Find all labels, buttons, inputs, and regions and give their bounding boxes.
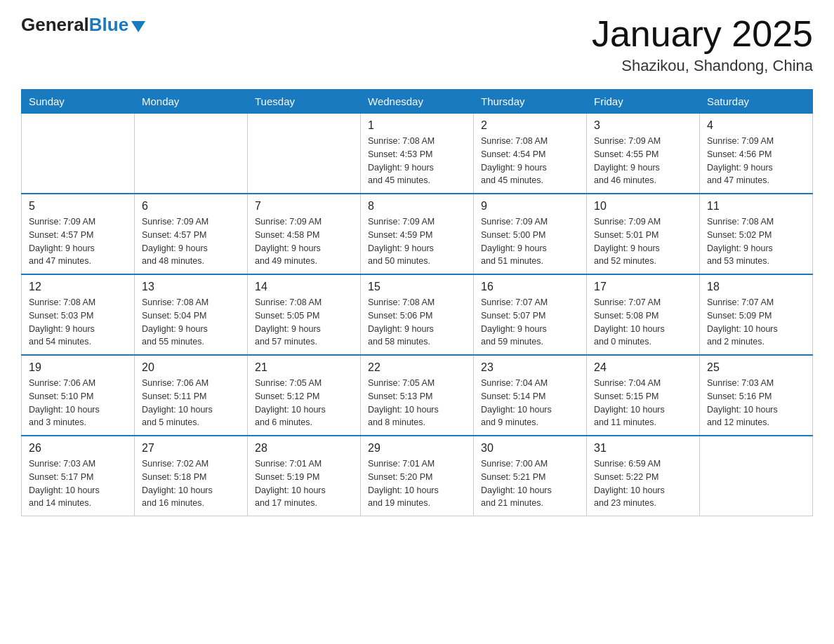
day-number: 28: [255, 442, 353, 455]
day-number: 7: [255, 200, 353, 213]
calendar-cell: [248, 114, 361, 194]
day-info: Sunrise: 7:09 AM Sunset: 4:59 PM Dayligh…: [368, 215, 466, 268]
day-number: 10: [594, 200, 692, 213]
day-number: 9: [481, 200, 579, 213]
calendar-cell: 6Sunrise: 7:09 AM Sunset: 4:57 PM Daylig…: [135, 194, 248, 274]
day-info: Sunrise: 7:08 AM Sunset: 4:53 PM Dayligh…: [368, 135, 466, 187]
day-number: 30: [481, 442, 579, 455]
day-info: Sunrise: 7:09 AM Sunset: 4:58 PM Dayligh…: [255, 215, 353, 268]
header-day-saturday: Saturday: [700, 90, 813, 114]
day-info: Sunrise: 7:09 AM Sunset: 4:57 PM Dayligh…: [142, 215, 240, 268]
calendar-cell: 9Sunrise: 7:09 AM Sunset: 5:00 PM Daylig…: [474, 194, 587, 274]
day-number: 21: [255, 361, 353, 374]
day-info: Sunrise: 7:09 AM Sunset: 4:55 PM Dayligh…: [594, 135, 692, 187]
calendar-cell: 5Sunrise: 7:09 AM Sunset: 4:57 PM Daylig…: [22, 194, 135, 274]
calendar-cell: 26Sunrise: 7:03 AM Sunset: 5:17 PM Dayli…: [22, 436, 135, 516]
day-number: 13: [142, 281, 240, 293]
day-info: Sunrise: 7:05 AM Sunset: 5:12 PM Dayligh…: [255, 377, 353, 429]
day-info: Sunrise: 7:04 AM Sunset: 5:15 PM Dayligh…: [594, 377, 692, 429]
calendar-cell: 3Sunrise: 7:09 AM Sunset: 4:55 PM Daylig…: [587, 114, 700, 194]
calendar-cell: 11Sunrise: 7:08 AM Sunset: 5:02 PM Dayli…: [700, 194, 813, 274]
logo-triangle-icon: [131, 21, 145, 32]
calendar-subtitle: Shazikou, Shandong, China: [592, 57, 813, 75]
calendar-cell: [700, 436, 813, 516]
week-row-2: 5Sunrise: 7:09 AM Sunset: 4:57 PM Daylig…: [22, 194, 813, 274]
day-info: Sunrise: 7:06 AM Sunset: 5:10 PM Dayligh…: [29, 377, 127, 429]
day-info: Sunrise: 7:03 AM Sunset: 5:16 PM Dayligh…: [707, 377, 805, 429]
day-number: 14: [255, 281, 353, 293]
day-info: Sunrise: 7:08 AM Sunset: 5:05 PM Dayligh…: [255, 296, 353, 349]
logo-blue-part: Blue: [89, 14, 145, 36]
header-day-friday: Friday: [587, 90, 700, 114]
header-row: SundayMondayTuesdayWednesdayThursdayFrid…: [22, 90, 813, 114]
calendar-cell: [22, 114, 135, 194]
calendar-cell: 21Sunrise: 7:05 AM Sunset: 5:12 PM Dayli…: [248, 355, 361, 436]
day-info: Sunrise: 7:09 AM Sunset: 5:00 PM Dayligh…: [481, 215, 579, 268]
day-info: Sunrise: 7:07 AM Sunset: 5:08 PM Dayligh…: [594, 296, 692, 349]
day-number: 11: [707, 200, 805, 213]
day-number: 2: [481, 119, 579, 132]
day-number: 19: [29, 361, 127, 374]
day-number: 1: [368, 119, 466, 132]
calendar-cell: 12Sunrise: 7:08 AM Sunset: 5:03 PM Dayli…: [22, 274, 135, 355]
day-number: 24: [594, 361, 692, 374]
calendar-table: SundayMondayTuesdayWednesdayThursdayFrid…: [21, 89, 813, 516]
week-row-3: 12Sunrise: 7:08 AM Sunset: 5:03 PM Dayli…: [22, 274, 813, 355]
calendar-cell: [135, 114, 248, 194]
week-row-5: 26Sunrise: 7:03 AM Sunset: 5:17 PM Dayli…: [22, 436, 813, 516]
calendar-cell: 23Sunrise: 7:04 AM Sunset: 5:14 PM Dayli…: [474, 355, 587, 436]
day-info: Sunrise: 6:59 AM Sunset: 5:22 PM Dayligh…: [594, 457, 692, 510]
day-number: 17: [594, 281, 692, 293]
calendar-cell: 13Sunrise: 7:08 AM Sunset: 5:04 PM Dayli…: [135, 274, 248, 355]
day-info: Sunrise: 7:05 AM Sunset: 5:13 PM Dayligh…: [368, 377, 466, 429]
day-number: 3: [594, 119, 692, 132]
header-day-thursday: Thursday: [474, 90, 587, 114]
day-info: Sunrise: 7:08 AM Sunset: 5:04 PM Dayligh…: [142, 296, 240, 349]
logo-blue-text: Blue: [89, 14, 128, 36]
title-section: January 2025 Shazikou, Shandong, China: [592, 14, 813, 75]
day-number: 20: [142, 361, 240, 374]
day-number: 6: [142, 200, 240, 213]
day-number: 26: [29, 442, 127, 455]
calendar-cell: 24Sunrise: 7:04 AM Sunset: 5:15 PM Dayli…: [587, 355, 700, 436]
logo-general-text: General: [21, 14, 89, 36]
day-number: 4: [707, 119, 805, 132]
day-info: Sunrise: 7:02 AM Sunset: 5:18 PM Dayligh…: [142, 457, 240, 510]
day-number: 12: [29, 281, 127, 293]
calendar-cell: 22Sunrise: 7:05 AM Sunset: 5:13 PM Dayli…: [361, 355, 474, 436]
week-row-4: 19Sunrise: 7:06 AM Sunset: 5:10 PM Dayli…: [22, 355, 813, 436]
calendar-cell: 4Sunrise: 7:09 AM Sunset: 4:56 PM Daylig…: [700, 114, 813, 194]
week-row-1: 1Sunrise: 7:08 AM Sunset: 4:53 PM Daylig…: [22, 114, 813, 194]
day-info: Sunrise: 7:08 AM Sunset: 5:06 PM Dayligh…: [368, 296, 466, 349]
day-info: Sunrise: 7:08 AM Sunset: 5:02 PM Dayligh…: [707, 215, 805, 268]
calendar-cell: 17Sunrise: 7:07 AM Sunset: 5:08 PM Dayli…: [587, 274, 700, 355]
header-day-tuesday: Tuesday: [248, 90, 361, 114]
calendar-cell: 14Sunrise: 7:08 AM Sunset: 5:05 PM Dayli…: [248, 274, 361, 355]
header-day-monday: Monday: [135, 90, 248, 114]
calendar-cell: 19Sunrise: 7:06 AM Sunset: 5:10 PM Dayli…: [22, 355, 135, 436]
calendar-cell: 10Sunrise: 7:09 AM Sunset: 5:01 PM Dayli…: [587, 194, 700, 274]
day-info: Sunrise: 7:01 AM Sunset: 5:20 PM Dayligh…: [368, 457, 466, 510]
calendar-cell: 28Sunrise: 7:01 AM Sunset: 5:19 PM Dayli…: [248, 436, 361, 516]
day-info: Sunrise: 7:07 AM Sunset: 5:09 PM Dayligh…: [707, 296, 805, 349]
calendar-cell: 25Sunrise: 7:03 AM Sunset: 5:16 PM Dayli…: [700, 355, 813, 436]
calendar-cell: 2Sunrise: 7:08 AM Sunset: 4:54 PM Daylig…: [474, 114, 587, 194]
day-info: Sunrise: 7:00 AM Sunset: 5:21 PM Dayligh…: [481, 457, 579, 510]
day-number: 16: [481, 281, 579, 293]
day-number: 18: [707, 281, 805, 293]
calendar-cell: 30Sunrise: 7:00 AM Sunset: 5:21 PM Dayli…: [474, 436, 587, 516]
day-info: Sunrise: 7:09 AM Sunset: 5:01 PM Dayligh…: [594, 215, 692, 268]
calendar-cell: 18Sunrise: 7:07 AM Sunset: 5:09 PM Dayli…: [700, 274, 813, 355]
day-number: 5: [29, 200, 127, 213]
calendar-cell: 29Sunrise: 7:01 AM Sunset: 5:20 PM Dayli…: [361, 436, 474, 516]
day-number: 8: [368, 200, 466, 213]
day-number: 31: [594, 442, 692, 455]
day-info: Sunrise: 7:09 AM Sunset: 4:56 PM Dayligh…: [707, 135, 805, 187]
day-info: Sunrise: 7:01 AM Sunset: 5:19 PM Dayligh…: [255, 457, 353, 510]
day-info: Sunrise: 7:03 AM Sunset: 5:17 PM Dayligh…: [29, 457, 127, 510]
logo: General Blue: [21, 14, 145, 36]
day-info: Sunrise: 7:06 AM Sunset: 5:11 PM Dayligh…: [142, 377, 240, 429]
day-info: Sunrise: 7:07 AM Sunset: 5:07 PM Dayligh…: [481, 296, 579, 349]
calendar-cell: 7Sunrise: 7:09 AM Sunset: 4:58 PM Daylig…: [248, 194, 361, 274]
calendar-cell: 31Sunrise: 6:59 AM Sunset: 5:22 PM Dayli…: [587, 436, 700, 516]
